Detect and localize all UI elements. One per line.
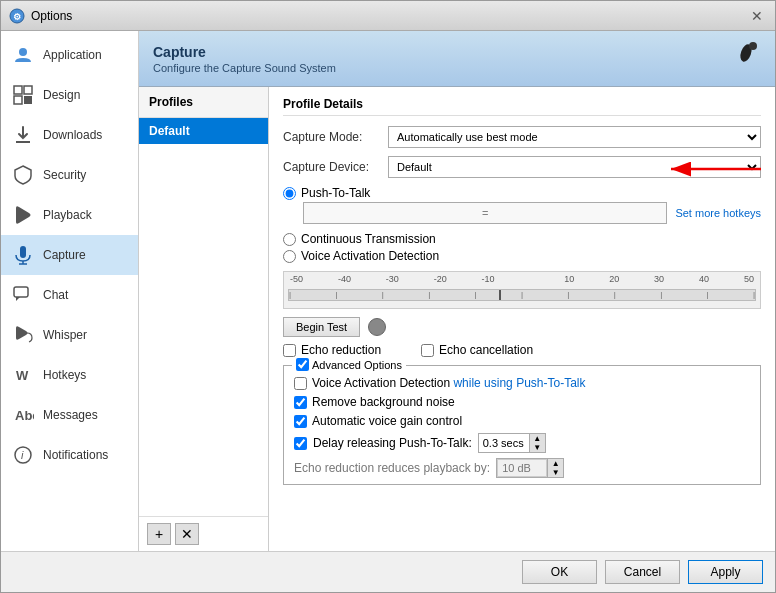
continuous-label[interactable]: Continuous Transmission — [283, 232, 761, 246]
begin-test-button[interactable]: Begin Test — [283, 317, 360, 337]
delay-label: Delay releasing Push-To-Talk: — [313, 436, 472, 450]
continuous-radio[interactable] — [283, 233, 296, 246]
capture-subtitle: Configure the Capture Sound System — [153, 62, 761, 74]
window-icon: ⚙ — [9, 8, 25, 24]
echo-reduces-input[interactable] — [497, 459, 547, 477]
sidebar-item-label: Downloads — [43, 128, 102, 142]
remove-bg-row: Remove background noise — [294, 395, 750, 409]
voice-activation-label[interactable]: Voice Activation Detection — [283, 249, 761, 263]
push-to-talk-radio[interactable] — [283, 187, 296, 200]
vad-ptt-row: Voice Activation Detection while using P… — [294, 376, 750, 390]
capture-mode-label: Capture Mode: — [283, 130, 388, 144]
sidebar-item-capture[interactable]: Capture — [1, 235, 138, 275]
sidebar-item-whisper[interactable]: Whisper — [1, 315, 138, 355]
sidebar: Application Design — [1, 31, 139, 551]
meter-bar-row: ||||||||||| — [288, 284, 756, 306]
svg-rect-5 — [14, 96, 22, 104]
sidebar-item-messages[interactable]: Abc Messages — [1, 395, 138, 435]
sidebar-item-application[interactable]: Application — [1, 35, 138, 75]
meter-ticks: ||||||||||| — [289, 290, 755, 300]
push-to-talk-row: Push-To-Talk — [283, 186, 761, 200]
echo-cancellation-label: Echo cancellation — [439, 343, 533, 357]
set-hotkeys-link[interactable]: Set more hotkeys — [675, 207, 761, 219]
svg-rect-7 — [20, 246, 26, 258]
test-indicator — [368, 318, 386, 336]
capture-device-row: Capture Device: Default Microphone (Real… — [283, 156, 761, 178]
delay-checkbox[interactable] — [294, 437, 307, 450]
push-to-talk-label[interactable]: Push-To-Talk — [283, 186, 761, 200]
auto-gain-checkbox[interactable] — [294, 415, 307, 428]
sidebar-item-label: Capture — [43, 248, 86, 262]
capture-header: Capture Configure the Capture Sound Syst… — [139, 31, 775, 87]
capture-title: Capture — [153, 44, 761, 60]
echo-reduction-label: Echo reduction — [301, 343, 381, 357]
capture-device-select[interactable]: Default Microphone (Realtek) — [388, 156, 761, 178]
svg-text:Abc: Abc — [15, 408, 34, 423]
two-panel: Profiles Default + ✕ Profile Details Cap… — [139, 87, 775, 551]
echo-check-row: Echo reduction Echo cancellation — [283, 343, 761, 357]
ok-button[interactable]: OK — [522, 560, 597, 584]
security-icon — [11, 163, 35, 187]
sidebar-item-downloads[interactable]: Downloads — [1, 115, 138, 155]
sidebar-item-chat[interactable]: Chat — [1, 275, 138, 315]
options-window: ⚙ Options ✕ Application — [0, 0, 776, 593]
remove-profile-button[interactable]: ✕ — [175, 523, 199, 545]
sidebar-item-label: Design — [43, 88, 80, 102]
main-panel: Capture Configure the Capture Sound Syst… — [139, 31, 775, 551]
voice-activation-radio[interactable] — [283, 250, 296, 263]
delay-spin-down[interactable]: ▼ — [529, 443, 545, 452]
echo-reduces-row: Echo reduction reduces playback by: ▲ ▼ — [294, 458, 750, 478]
sidebar-item-label: Security — [43, 168, 86, 182]
echo-reduces-spin-up[interactable]: ▲ — [547, 459, 563, 468]
capture-mode-row: Capture Mode: Automatically use best mod… — [283, 126, 761, 148]
sidebar-item-design[interactable]: Design — [1, 75, 138, 115]
auto-gain-row: Automatic voice gain control — [294, 414, 750, 428]
sidebar-item-hotkeys[interactable]: W Hotkeys — [1, 355, 138, 395]
close-button[interactable]: ✕ — [747, 6, 767, 26]
hotkey-row: = Set more hotkeys — [303, 202, 761, 224]
add-profile-button[interactable]: + — [147, 523, 171, 545]
voice-activation-row: Voice Activation Detection — [283, 249, 761, 263]
cancel-button[interactable]: Cancel — [605, 560, 680, 584]
details-label: Profile Details — [283, 97, 761, 116]
apply-button[interactable]: Apply — [688, 560, 763, 584]
capture-icon — [11, 243, 35, 267]
profile-item-default[interactable]: Default — [139, 118, 268, 144]
svg-text:i: i — [21, 449, 24, 461]
echo-reduces-spin-down[interactable]: ▼ — [547, 468, 563, 477]
echo-reduction-checkbox[interactable] — [283, 344, 296, 357]
sidebar-item-security[interactable]: Security — [1, 155, 138, 195]
remove-bg-checkbox[interactable] — [294, 396, 307, 409]
auto-gain-label: Automatic voice gain control — [312, 414, 462, 428]
meter-scale: -50-40-30-20-101020304050 — [288, 274, 756, 284]
window-title: Options — [31, 9, 747, 23]
sidebar-item-label: Chat — [43, 288, 68, 302]
sidebar-item-notifications[interactable]: i Notifications — [1, 435, 138, 475]
delay-input[interactable] — [479, 434, 529, 452]
sidebar-item-label: Notifications — [43, 448, 108, 462]
capture-mode-select[interactable]: Automatically use best mode Windows WDM-… — [388, 126, 761, 148]
delay-input-wrapper: ▲ ▼ — [478, 433, 546, 453]
sidebar-item-label: Application — [43, 48, 102, 62]
advanced-options-group: Advanced Options Voice Activation Detect… — [283, 365, 761, 485]
main-content: Application Design — [1, 31, 775, 551]
echo-cancellation-checkbox[interactable] — [421, 344, 434, 357]
advanced-options-label: Advanced Options — [312, 359, 402, 371]
messages-icon: Abc — [11, 403, 35, 427]
svg-rect-6 — [24, 96, 32, 104]
hotkey-box[interactable]: = — [303, 202, 667, 224]
advanced-options-content: Voice Activation Detection while using P… — [294, 376, 750, 478]
delay-spin-up[interactable]: ▲ — [529, 434, 545, 443]
remove-bg-label: Remove background noise — [312, 395, 455, 409]
echo-reduces-spin-buttons: ▲ ▼ — [547, 459, 563, 477]
meter-bar: ||||||||||| — [288, 289, 756, 301]
continuous-row: Continuous Transmission — [283, 232, 761, 246]
app-icon — [11, 43, 35, 67]
echo-reduces-input-wrapper: ▲ ▼ — [496, 458, 564, 478]
profiles-list: Default — [139, 118, 268, 516]
sidebar-item-label: Whisper — [43, 328, 87, 342]
sidebar-item-playback[interactable]: Playback — [1, 195, 138, 235]
vad-ptt-checkbox[interactable] — [294, 377, 307, 390]
notifications-icon: i — [11, 443, 35, 467]
advanced-options-checkbox[interactable] — [296, 358, 309, 371]
